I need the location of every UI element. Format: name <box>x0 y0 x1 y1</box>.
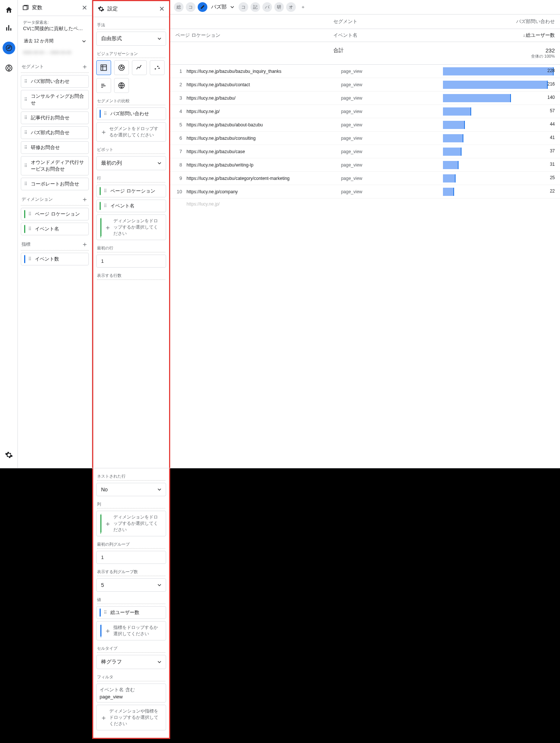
plus-icon: ＋ <box>100 714 106 721</box>
row-event: page_view <box>337 173 441 184</box>
segment-chip[interactable]: ⠿コンサルティングお問合せ <box>21 90 89 109</box>
date-range-picker[interactable]: 過去 12 か月間 <box>21 36 89 46</box>
values-chip[interactable]: ⠿ 総ユーザー数 <box>96 606 166 619</box>
active-tab-label[interactable]: バズ部 <box>211 4 227 10</box>
viz-geo-icon[interactable] <box>114 78 129 93</box>
celltype-select[interactable]: 棒グラフ <box>96 655 166 669</box>
row-value: 140 <box>547 95 555 100</box>
segment-chip[interactable]: ⠿研修お問合せ <box>21 141 89 154</box>
filter-condition: イベント名 含む <box>100 687 135 693</box>
row-value-cell: 41 <box>441 132 560 145</box>
chevron-down-icon[interactable] <box>230 5 234 9</box>
segment-chip[interactable]: ⠿コーポレートお問合せ <box>21 178 89 190</box>
row-value-cell: 22 <box>441 185 560 198</box>
segment-chip[interactable]: ⠿オウンドメディア代行サービスお問合せ <box>21 156 89 175</box>
tab-circle[interactable]: コ <box>186 2 195 12</box>
table-row[interactable]: 2 https://lucy.ne.jp/bazubu/contact page… <box>170 78 560 91</box>
reports-icon[interactable] <box>5 24 13 32</box>
row-index: 6 <box>170 132 182 145</box>
technique-select[interactable]: 自由形式 <box>96 32 166 46</box>
table-row[interactable]: 9 https://lucy.ne.jp/bazubu/category/con… <box>170 172 560 185</box>
segment-chip[interactable]: ⠿バズ部問い合わせ <box>21 75 89 88</box>
metric-label: イベント数 <box>35 256 59 262</box>
table-row[interactable]: 5 https://lucy.ne.jp/bazubu/about-bazubu… <box>170 118 560 132</box>
row-event: page_view <box>337 119 441 130</box>
sort-desc-icon: ↓ <box>523 33 525 38</box>
segment-compare-chip[interactable]: ⠿ バズ部問い合わせ <box>96 107 166 120</box>
tab-circle[interactable]: 研 <box>274 2 284 12</box>
viz-scatter-icon[interactable] <box>150 60 165 75</box>
truncated-row: https://lucy.ne.jp/ <box>170 198 560 210</box>
table-row[interactable]: 4 https://lucy.ne.jp/ page_view 57 <box>170 105 560 118</box>
col-metric[interactable]: ↓総ユーザー数 <box>444 29 560 42</box>
drag-icon: ⠿ <box>24 163 28 168</box>
row-value-cell: 44 <box>441 119 560 131</box>
explore-icon[interactable] <box>3 42 15 54</box>
table-row[interactable]: 3 https://lucy.ne.jp/bazubu/ page_view 1… <box>170 91 560 105</box>
row-index: 1 <box>170 65 182 78</box>
tab-circle[interactable]: コ <box>239 2 248 12</box>
viz-bar-icon[interactable] <box>96 78 111 93</box>
col-groups-shown-value: 5 <box>101 582 104 588</box>
row-event: page_view <box>337 66 441 77</box>
row-location: https://lucy.ne.jp/bazubu/category/conte… <box>182 173 337 184</box>
metric-chip[interactable]: ⠿イベント数 <box>21 253 89 265</box>
row-value-cell: 31 <box>441 159 560 171</box>
segment-compare-label: セグメントの比較 <box>97 98 165 105</box>
tab-circle[interactable]: 記 <box>250 2 260 12</box>
tab-circle[interactable]: バ <box>262 2 272 12</box>
svg-point-11 <box>157 66 158 67</box>
exploration-name[interactable]: CVに間接的に貢献したペー… <box>23 25 87 32</box>
table-row[interactable]: 8 https://lucy.ne.jp/bazubu/writing-lp p… <box>170 158 560 172</box>
row-event: page_view <box>337 79 441 90</box>
table-row[interactable]: 6 https://lucy.ne.jp/bazubu/consulting p… <box>170 132 560 145</box>
dimension-chip[interactable]: ⠿ページ ロケーション <box>21 208 89 220</box>
close-icon[interactable]: ✕ <box>159 5 165 13</box>
col-location[interactable]: ページ ロケーション <box>170 29 328 42</box>
add-segment-icon[interactable]: ＋ <box>81 62 88 71</box>
viz-line-icon[interactable] <box>132 60 147 75</box>
first-col-group-input[interactable]: 1 <box>96 551 166 564</box>
nested-rows-select[interactable]: No <box>96 483 166 496</box>
filter-chip[interactable]: イベント名 含む page_view <box>96 684 166 702</box>
viz-donut-icon[interactable] <box>114 60 129 75</box>
col-groups-shown-select[interactable]: 5 <box>96 578 166 592</box>
row-value-cell: 140 <box>441 92 560 104</box>
row-chip[interactable]: ⠿ページ ロケーション <box>96 185 166 197</box>
chevron-down-icon <box>158 660 161 664</box>
filter-drop-zone[interactable]: ＋ ディメンションや指標をドロップするか選択してください <box>96 705 166 730</box>
segment-chip[interactable]: ⠿バズ部式お問合せ <box>21 126 89 139</box>
advertising-icon[interactable] <box>5 64 13 72</box>
add-tab-button[interactable]: ＋ <box>298 2 308 12</box>
tab-circle[interactable] <box>198 2 207 12</box>
home-icon[interactable] <box>5 6 13 14</box>
table-row[interactable]: 10 https://lucy.ne.jp/company page_view … <box>170 185 560 198</box>
add-metric-icon[interactable]: ＋ <box>81 240 88 249</box>
tab-circle[interactable]: 総 <box>174 2 184 12</box>
celltype-value: 棒グラフ <box>101 659 122 665</box>
row-label: イベント名 <box>110 203 135 209</box>
segment-drop-zone[interactable]: ＋ セグメントをドロップするか選択してください <box>96 122 166 142</box>
col-event[interactable]: イベント名 <box>328 29 444 42</box>
table-row[interactable]: 1 https://lucy.ne.jp/bazubu/bazubu_inqui… <box>170 65 560 78</box>
first-col-group-value: 1 <box>101 555 104 560</box>
table-row[interactable]: 7 https://lucy.ne.jp/bazubu/case page_vi… <box>170 145 560 158</box>
segment-label: コーポレートお問合せ <box>31 181 79 187</box>
row-value-cell: 57 <box>441 105 560 118</box>
values-drop-zone[interactable]: ＋ 指標をドロップするか選択してください <box>96 621 166 640</box>
rows-drop-zone[interactable]: ＋ ディメンションをドロップするか選択してください <box>96 214 166 240</box>
cols-drop-zone[interactable]: ＋ ディメンションをドロップするか選択してください <box>96 511 166 536</box>
row-value-cell: 25 <box>441 172 560 185</box>
row-label: ページ ロケーション <box>110 188 155 194</box>
admin-icon[interactable] <box>5 451 13 459</box>
settings-title: 設定 <box>107 6 156 12</box>
dimension-chip[interactable]: ⠿イベント名 <box>21 223 89 235</box>
segment-chip[interactable]: ⠿記事代行お問合せ <box>21 112 89 124</box>
close-icon[interactable]: ✕ <box>82 4 87 12</box>
pivot-select[interactable]: 最初の列 <box>96 156 166 170</box>
tab-circle[interactable]: オ <box>286 2 296 12</box>
row-chip[interactable]: ⠿イベント名 <box>96 200 166 212</box>
first-row-input[interactable]: 1 <box>96 255 166 268</box>
add-dimension-icon[interactable]: ＋ <box>81 195 88 204</box>
viz-table-icon[interactable] <box>96 60 111 75</box>
